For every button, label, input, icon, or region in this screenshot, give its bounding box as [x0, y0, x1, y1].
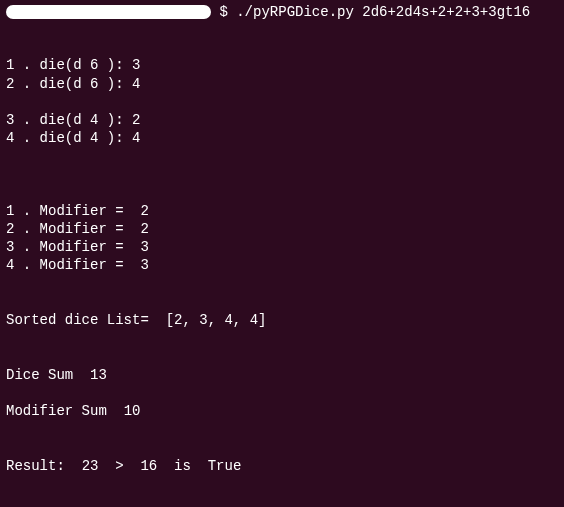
modifier-output: 2 . Modifier = 2 — [6, 220, 558, 238]
die-roll-output: 2 . die(d 6 ): 4 — [6, 75, 558, 93]
die-roll-output: 3 . die(d 4 ): 2 — [6, 111, 558, 129]
modifier-output: 4 . Modifier = 3 — [6, 256, 558, 274]
die-roll-output: 4 . die(d 4 ): 4 — [6, 129, 558, 147]
redacted-user-host — [6, 5, 211, 19]
command-text: ./pyRPGDice.py 2d6+2d4s+2+2+3+3gt16 — [236, 4, 530, 20]
prompt-symbol: $ ./pyRPGDice.py 2d6+2d4s+2+2+3+3gt16 — [211, 4, 530, 20]
command-line: $ ./pyRPGDice.py 2d6+2d4s+2+2+3+3gt16 — [6, 4, 558, 20]
result-output: Result: 23 > 16 is True — [6, 457, 558, 475]
modifier-output: 1 . Modifier = 2 — [6, 202, 558, 220]
modifier-sum-output: Modifier Sum 10 — [6, 402, 558, 420]
dice-sum-output: Dice Sum 13 — [6, 366, 558, 384]
modifier-output: 3 . Modifier = 3 — [6, 238, 558, 256]
sorted-list-output: Sorted dice List= [2, 3, 4, 4] — [6, 311, 558, 329]
die-roll-output: 1 . die(d 6 ): 3 — [6, 56, 558, 74]
